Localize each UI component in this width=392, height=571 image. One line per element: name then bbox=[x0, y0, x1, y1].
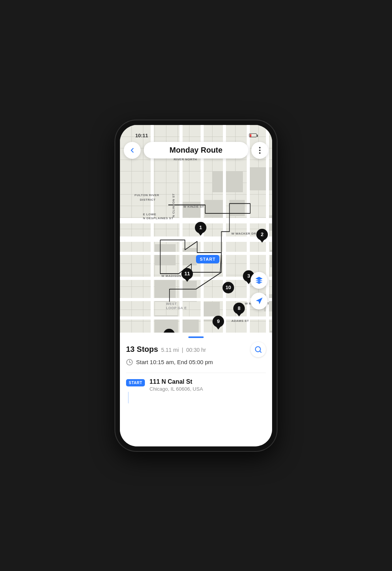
map-label-desplaines: N Desplaines St bbox=[143, 216, 173, 220]
stop-marker-11[interactable]: 11 bbox=[181, 268, 193, 282]
start-badge: START bbox=[196, 255, 219, 263]
search-button[interactable] bbox=[251, 342, 266, 357]
location-button[interactable] bbox=[251, 293, 267, 310]
map-controls bbox=[251, 272, 267, 310]
time-line: Start 10:15 am, End 05:00 pm bbox=[126, 359, 266, 366]
header-bar: Monday Route bbox=[124, 142, 268, 159]
map-label-clinton: N Clinton St bbox=[172, 193, 175, 217]
stop-address: Chicago, IL 60606, USA bbox=[149, 386, 203, 392]
map-label-district: DISTRICT bbox=[140, 198, 156, 201]
menu-dot bbox=[259, 150, 261, 151]
menu-dot bbox=[259, 147, 261, 148]
separator: | bbox=[182, 347, 183, 353]
status-bar: 10:11 bbox=[135, 133, 257, 138]
search-icon bbox=[254, 346, 262, 353]
map-label-e-lower: E Lowe bbox=[143, 213, 156, 216]
stop-marker-1[interactable]: 1 bbox=[195, 222, 206, 236]
time-range: Start 10:15 am, End 05:00 pm bbox=[136, 359, 213, 365]
first-stop-item[interactable]: START 111 N Canal St Chicago, IL 60606, … bbox=[120, 373, 272, 392]
title-pill: Monday Route bbox=[144, 142, 248, 158]
status-time: 10:11 bbox=[135, 133, 148, 138]
status-battery bbox=[249, 133, 257, 137]
back-button[interactable] bbox=[124, 142, 141, 159]
page-title: Monday Route bbox=[169, 146, 223, 154]
stop-marker-10[interactable]: 10 bbox=[223, 282, 234, 296]
layers-button[interactable] bbox=[251, 272, 267, 289]
stop-marker-8[interactable]: 8 bbox=[233, 303, 245, 316]
distance: 5.11 mi bbox=[161, 347, 179, 353]
stops-count: 13 Stops bbox=[126, 345, 158, 354]
stops-left: 13 Stops 5.11 mi | 00:30 hr bbox=[126, 345, 206, 354]
stop-name: 111 N Canal St bbox=[149, 378, 203, 385]
stop-marker-9[interactable]: 9 bbox=[213, 316, 224, 330]
menu-button[interactable] bbox=[251, 142, 268, 159]
stop-marker-2[interactable]: 2 bbox=[256, 229, 268, 243]
battery-fill bbox=[250, 134, 251, 137]
stops-meta: 5.11 mi | 00:30 hr bbox=[161, 347, 206, 353]
map-label-kinzie: W Kinzie St bbox=[183, 205, 204, 208]
phone-screen: RIVER NORTH FULTON RIVER DISTRICT W Kinz… bbox=[120, 125, 272, 446]
clock-icon bbox=[126, 359, 133, 366]
map-label-westloop: WESTLOOP GA E bbox=[166, 302, 187, 311]
map-label-fulton: FULTON RIVER bbox=[135, 193, 159, 197]
stops-line: 13 Stops 5.11 mi | 00:30 hr bbox=[126, 342, 266, 357]
route-info: 13 Stops 5.11 mi | 00:30 hr bbox=[120, 340, 272, 370]
duration: 00:30 hr bbox=[186, 347, 206, 353]
menu-dot bbox=[259, 152, 261, 154]
phone-frame: RIVER NORTH FULTON RIVER DISTRICT W Kinz… bbox=[115, 120, 277, 451]
stop-connector-line bbox=[128, 392, 129, 403]
map-area[interactable]: RIVER NORTH FULTON RIVER DISTRICT W Kinz… bbox=[120, 125, 272, 333]
drag-bar bbox=[188, 336, 204, 338]
stop-text: 111 N Canal St Chicago, IL 60606, USA bbox=[149, 378, 203, 392]
bottom-sheet: 13 Stops 5.11 mi | 00:30 hr bbox=[120, 333, 272, 446]
navigation-icon bbox=[255, 297, 263, 305]
map-label-adams: Adams St bbox=[231, 319, 249, 323]
drag-handle[interactable] bbox=[120, 333, 272, 340]
start-badge-small: START bbox=[126, 379, 145, 386]
svg-marker-0 bbox=[256, 297, 262, 304]
layers-icon bbox=[255, 276, 263, 285]
svg-line-2 bbox=[260, 351, 261, 352]
stop-marker-12[interactable]: 12 bbox=[163, 329, 175, 333]
map-label-wacker: W Wacker Dr bbox=[231, 232, 256, 235]
